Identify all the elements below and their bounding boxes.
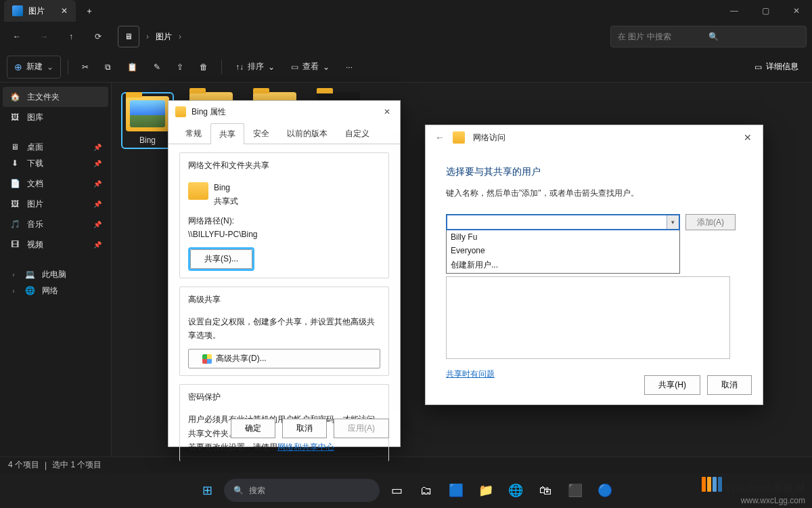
dropdown-option[interactable]: Everyone bbox=[447, 244, 679, 257]
share-button[interactable]: 共享(S)... bbox=[190, 249, 252, 269]
back-icon[interactable]: ← bbox=[435, 132, 445, 143]
delete-button[interactable]: 🗑 bbox=[193, 56, 215, 79]
shield-icon bbox=[202, 354, 212, 364]
copy-button[interactable]: ⧉ bbox=[98, 56, 118, 79]
sidebar: 🏠主文件夹 🖼图库 🖥桌面📌 ⬇下载📌 📄文档📌 🖼图片📌 🎵音乐📌 🎞视频📌 … bbox=[0, 83, 112, 474]
dropdown-option[interactable]: Billy Fu bbox=[447, 230, 679, 244]
taskbar: ⊞ 🔍搜索 ▭ 🗂 🟦 📁 🌐 🛍 ⬛ 🔵 bbox=[0, 473, 812, 508]
network-path: \\BILLYFU-PC\Bing bbox=[188, 228, 380, 241]
add-button: 添加(A) bbox=[685, 214, 736, 230]
network-dialog-close-button[interactable]: ✕ bbox=[737, 132, 759, 143]
document-icon: 📄 bbox=[9, 178, 20, 189]
monitor-icon[interactable]: 🖥 bbox=[118, 26, 139, 47]
cancel-button[interactable]: 取消 bbox=[282, 419, 327, 438]
sidebar-item-pictures[interactable]: 🖼图片📌 bbox=[0, 194, 111, 214]
taskbar-app[interactable]: ⬛ bbox=[562, 478, 588, 503]
breadcrumb-pictures[interactable]: 图片 bbox=[156, 31, 172, 43]
taskbar-app[interactable]: 🟦 bbox=[443, 478, 469, 503]
taskbar-explorer[interactable]: 📁 bbox=[473, 478, 499, 503]
search-icon: 🔍 bbox=[708, 32, 799, 41]
search-placeholder: 在 图片 中搜索 bbox=[618, 31, 708, 43]
folder-icon bbox=[126, 96, 169, 131]
sidebar-item-home[interactable]: 🏠主文件夹 bbox=[3, 87, 108, 107]
sort-button[interactable]: ↑↓ 排序 ⌄ bbox=[229, 56, 281, 79]
folder-label: Bing bbox=[139, 135, 156, 145]
home-icon: 🏠 bbox=[9, 91, 20, 102]
user-input[interactable] bbox=[447, 215, 667, 229]
network-dialog-hint: 键入名称，然后单击"添加"，或者单击箭头查找用户。 bbox=[446, 188, 742, 199]
sidebar-item-videos[interactable]: 🎞视频📌 bbox=[0, 234, 111, 255]
properties-titlebar[interactable]: Bing 属性 ✕ bbox=[168, 101, 400, 123]
task-view-button[interactable]: ▭ bbox=[384, 478, 409, 503]
tab-customize[interactable]: 自定义 bbox=[336, 123, 378, 144]
share-button[interactable]: ⇪ bbox=[170, 56, 190, 79]
ok-button[interactable]: 确定 bbox=[231, 419, 275, 438]
rename-button[interactable]: ✎ bbox=[147, 56, 167, 79]
nav-back-button[interactable]: ← bbox=[5, 25, 28, 48]
advanced-share-section: 高级共享 设置自定义权限，创建多个共享，并设置其他高级共享选项。 高级共享(D)… bbox=[179, 287, 389, 377]
sidebar-item-desktop[interactable]: 🖥桌面📌 bbox=[0, 133, 111, 153]
tab-previous-versions[interactable]: 以前的版本 bbox=[278, 123, 336, 144]
chevron-icon: › bbox=[179, 32, 181, 41]
share-confirm-button[interactable]: 共享(H) bbox=[644, 375, 700, 395]
taskbar-search[interactable]: 🔍搜索 bbox=[224, 479, 380, 502]
properties-close-button[interactable]: ✕ bbox=[377, 107, 397, 117]
network-icon: 🌐 bbox=[24, 285, 35, 296]
advanced-share-text: 设置自定义权限，创建多个共享，并设置其他高级共享选项。 bbox=[188, 315, 380, 343]
network-dialog-titlebar[interactable]: ← 网络访问 ✕ bbox=[426, 125, 763, 150]
share-help-link[interactable]: 共享时有问题 bbox=[446, 369, 495, 379]
view-button[interactable]: ▭ 查看 ⌄ bbox=[284, 56, 336, 79]
sidebar-item-gallery[interactable]: 🖼图库 bbox=[0, 107, 111, 127]
sidebar-item-network[interactable]: ›🌐网络 bbox=[0, 280, 111, 301]
search-input[interactable]: 在 图片 中搜索 🔍 bbox=[610, 26, 807, 47]
nav-up-button[interactable]: ↑ bbox=[60, 25, 83, 48]
tab-close-icon[interactable]: ✕ bbox=[61, 6, 68, 16]
advanced-share-button[interactable]: 高级共享(D)... bbox=[188, 349, 380, 368]
share-state: 共享式 bbox=[214, 194, 238, 208]
cut-button[interactable]: ✂ bbox=[75, 56, 95, 79]
network-center-link[interactable]: 网络和共享中心 bbox=[277, 442, 334, 452]
sidebar-item-music[interactable]: 🎵音乐📌 bbox=[0, 214, 111, 234]
share-folder-icon bbox=[453, 131, 465, 144]
more-button[interactable]: ··· bbox=[339, 56, 359, 79]
start-button[interactable]: ⊞ bbox=[194, 478, 220, 503]
tab-general[interactable]: 常规 bbox=[177, 123, 210, 144]
video-icon: 🎞 bbox=[9, 239, 20, 250]
pin-icon: 📌 bbox=[93, 200, 102, 208]
taskbar-store[interactable]: 🛍 bbox=[533, 478, 558, 503]
gallery-icon: 🖼 bbox=[9, 112, 20, 123]
pin-icon: 📌 bbox=[93, 241, 102, 249]
taskbar-app[interactable]: 🔵 bbox=[592, 478, 618, 503]
details-pane-button[interactable]: ▭ 详细信息 bbox=[748, 56, 805, 79]
window-close-button[interactable]: ✕ bbox=[781, 0, 812, 22]
properties-tabs: 常规 共享 安全 以前的版本 自定义 bbox=[168, 123, 400, 144]
shared-users-list[interactable] bbox=[446, 276, 730, 359]
nav-refresh-button[interactable]: ⟳ bbox=[87, 25, 110, 48]
new-tab-button[interactable]: ＋ bbox=[80, 1, 99, 20]
share-name: Bing bbox=[214, 181, 238, 194]
dropdown-button[interactable]: ▾ bbox=[667, 215, 679, 229]
sidebar-item-thispc[interactable]: ›💻此电脑 bbox=[0, 260, 111, 280]
paste-button[interactable]: 📋 bbox=[120, 56, 144, 79]
window-minimize-button[interactable]: — bbox=[719, 0, 750, 22]
tab-security[interactable]: 安全 bbox=[244, 123, 278, 144]
tab-share[interactable]: 共享 bbox=[210, 123, 244, 144]
tab-pictures[interactable]: 图片 ✕ bbox=[4, 0, 76, 22]
taskbar-edge[interactable]: 🌐 bbox=[503, 478, 528, 503]
user-combo[interactable]: ▾ bbox=[446, 214, 680, 230]
sidebar-item-documents[interactable]: 📄文档📌 bbox=[0, 173, 111, 194]
pin-icon: 📌 bbox=[93, 144, 102, 151]
cancel-button[interactable]: 取消 bbox=[707, 375, 752, 395]
status-selection: 选中 1 个项目 bbox=[52, 459, 102, 471]
sidebar-item-downloads[interactable]: ⬇下载📌 bbox=[0, 153, 111, 173]
folder-bing[interactable]: Bing bbox=[121, 92, 174, 149]
network-access-dialog: ← 网络访问 ✕ 选择要与其共享的用户 键入名称，然后单击"添加"，或者单击箭头… bbox=[425, 125, 763, 405]
window-maximize-button[interactable]: ▢ bbox=[750, 0, 781, 22]
taskbar-app[interactable]: 🗂 bbox=[413, 478, 439, 503]
new-button[interactable]: ⊕新建⌄ bbox=[7, 56, 61, 79]
dropdown-option[interactable]: 创建新用户... bbox=[447, 257, 679, 273]
window-titlebar: 图片 ✕ ＋ — ▢ ✕ bbox=[0, 0, 812, 22]
pin-icon: 📌 bbox=[93, 160, 102, 167]
separator bbox=[221, 60, 222, 75]
status-bar: 4 个项目 | 选中 1 个项目 bbox=[0, 457, 812, 473]
